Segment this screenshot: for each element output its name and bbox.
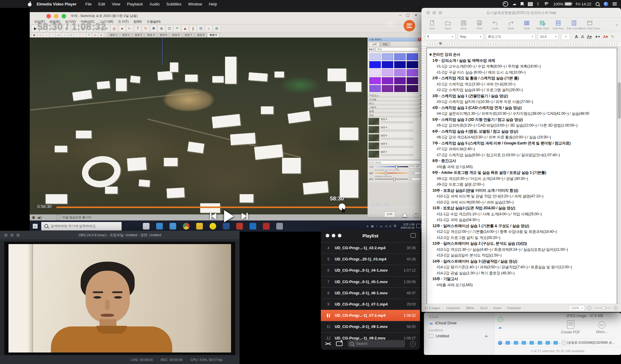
circle-tool-icon[interactable]: ○ xyxy=(62,33,68,37)
play-button[interactable] xyxy=(224,210,234,222)
toolbar-overflow-button[interactable]: » xyxy=(616,23,618,27)
shuffle-button[interactable] xyxy=(325,342,331,346)
edit-column-button[interactable]: Edit Column xyxy=(566,20,582,30)
input-source-icon[interactable] xyxy=(528,2,533,6)
expand-icon[interactable]: ▾ xyxy=(420,106,421,109)
color-swatch[interactable] xyxy=(369,61,381,68)
document-page[interactable]: ■ 온라인 강의 순서1주 - 강의소개 / 실습 및 재택수업 과제#1-1강… xyxy=(427,48,617,304)
tray-panel-구성요소[interactable]: 구성요소▾ xyxy=(368,94,422,98)
siri-icon[interactable] xyxy=(604,2,608,6)
paint-bucket-icon[interactable]: ● xyxy=(118,25,126,32)
spotlight-search-icon[interactable] xyxy=(596,2,599,6)
menu-item-window[interactable]: Window xyxy=(185,2,205,6)
eraser-tool-icon[interactable]: ▭ xyxy=(38,33,43,37)
light-slider[interactable] xyxy=(375,179,408,180)
menu-item-help[interactable]: Help xyxy=(206,2,220,6)
line-tool-icon[interactable]: / xyxy=(44,33,49,37)
create-pdf-button[interactable]: Create PDF xyxy=(561,320,580,334)
zoom-out-button[interactable]: – xyxy=(587,306,592,310)
scene-tab[interactable]: 장면 3 xyxy=(132,33,144,37)
zoom-level-dropdown[interactable]: 100%▾ xyxy=(569,305,585,311)
scene-tab[interactable]: 장면 2 xyxy=(120,33,132,37)
character-mode[interactable]: Character xyxy=(507,306,521,310)
color-swatch[interactable] xyxy=(369,69,381,76)
sidebar-item-untitled[interactable]: Untitled ⏏ xyxy=(429,334,494,338)
color-swatch[interactable] xyxy=(394,77,406,84)
zoom-slider[interactable] xyxy=(594,308,611,308)
elmedia-menu-button[interactable] xyxy=(404,20,415,31)
playlist-window[interactable]: Playlist 4UD_CG-Progr...-1)_#2-2.mp430:3… xyxy=(321,230,420,350)
menu-item-audio[interactable]: Audio xyxy=(146,2,163,6)
apple-menu-icon[interactable] xyxy=(28,2,32,6)
breadcrumb-folder-icon[interactable] xyxy=(545,341,550,345)
playlist-row[interactable]: 9UD_CG-Progr...0-1)_#7-1.mp429:03 xyxy=(321,299,420,310)
color-swatch[interactable] xyxy=(407,85,418,92)
pan-tool-icon[interactable]: ✥ xyxy=(150,25,157,32)
font-color-button[interactable]: A▾ xyxy=(603,34,608,39)
breadcrumb-folder-icon[interactable] xyxy=(505,341,510,345)
color-swatch[interactable] xyxy=(382,69,393,76)
color-swatch[interactable] xyxy=(407,69,418,76)
date-value[interactable]: 04/25 xyxy=(409,171,421,175)
next-track-button[interactable] xyxy=(242,213,248,220)
obs-status-icon[interactable] xyxy=(503,1,508,7)
sketchup-menu-item[interactable]: 도움말(H) xyxy=(144,20,163,24)
more-button[interactable]: ••• More... xyxy=(596,320,607,334)
size-stepper[interactable]: ⇕ xyxy=(561,33,570,40)
text-tool-icon[interactable]: T xyxy=(134,25,142,32)
expand-icon[interactable]: ▾ xyxy=(420,94,421,97)
menu-bar-clock[interactable]: Fri 14:22 xyxy=(576,2,591,6)
playlist-search-field[interactable]: Search xyxy=(347,340,405,347)
forward-icon[interactable]: ▸ xyxy=(371,48,372,51)
tape-measure-icon[interactable]: ⊢ xyxy=(126,25,134,32)
color-swatch[interactable] xyxy=(382,61,393,68)
menu-item-playback[interactable]: Playback xyxy=(124,2,146,6)
highlight-pen-button[interactable]: ✎ xyxy=(611,34,615,39)
playlist-row[interactable]: 8UD_CG-Progr...0-1)_#6-1.mov49:37 xyxy=(321,287,420,299)
sample-paint-icon[interactable]: ◔ xyxy=(420,48,421,51)
rectangle-tool-icon[interactable]: ▭ xyxy=(56,33,62,37)
color-swatch[interactable] xyxy=(382,53,393,60)
scene-list-item[interactable]: 장면 7 xyxy=(368,151,422,158)
expand-icon[interactable]: ▾ xyxy=(420,102,421,105)
units-button[interactable]: 단위 xyxy=(384,211,395,217)
sketchup-icon[interactable] xyxy=(276,223,283,230)
window-traffic-lights[interactable] xyxy=(46,14,66,18)
obs-window[interactable]: OBS 24.0.8 (mac) - 프로파일: Untitled - 장면: … xyxy=(0,231,240,364)
previous-view-icon[interactable]: ↶ xyxy=(173,25,181,32)
paragraph-style-dropdown[interactable]: ¶▾ xyxy=(425,33,455,40)
breadcrumb-folder-icon[interactable] xyxy=(514,341,518,345)
open-button[interactable]: Open xyxy=(440,20,455,30)
hwp-title-bar[interactable]: 도시설계표현응용(2020-1)-강의리스트.hwp xyxy=(421,8,621,18)
timezone-dropdown[interactable]: UTC+09:00 xyxy=(369,160,421,164)
shadows-toggle-icon[interactable]: ⌂ xyxy=(205,25,213,32)
light-value[interactable]: 80 xyxy=(409,177,421,181)
zoom-tool-icon[interactable]: ⊕ xyxy=(158,25,165,32)
color-swatch[interactable] xyxy=(394,53,406,60)
color-swatch[interactable] xyxy=(407,61,418,68)
breadcrumb-folder-icon[interactable] xyxy=(553,341,558,345)
push-pull-tool-icon[interactable]: ↑ xyxy=(74,33,80,37)
tray-panel-개요[interactable]: 개요▾ xyxy=(368,113,422,117)
file-explorer-icon[interactable] xyxy=(196,223,203,230)
menu-item-file[interactable]: File xyxy=(82,2,95,6)
elmedia-video-window[interactable]: 무제 - SketchUp 프로 2020 (평가판 2일 남음) – ▢ ✕ … xyxy=(30,8,423,232)
task-view-icon[interactable] xyxy=(143,223,149,230)
internet-explorer-icon[interactable] xyxy=(170,223,176,230)
scene-list-item[interactable]: 장면 6 xyxy=(368,142,422,150)
sort-dropdown-icon[interactable]: ∨ xyxy=(410,341,416,347)
word-icon[interactable] xyxy=(223,223,230,230)
breadcrumb-app-icon[interactable] xyxy=(498,341,502,345)
views-icon[interactable]: ⊞ xyxy=(213,25,220,32)
offset-tool-icon[interactable]: ◎ xyxy=(110,25,118,32)
zoom-in-button[interactable]: + xyxy=(613,306,618,310)
breadcrumb-folder-icon[interactable] xyxy=(529,341,534,345)
tray-close-icon[interactable]: ✕ xyxy=(418,38,421,41)
pip-icon[interactable] xyxy=(411,233,416,238)
zoom-extents-icon[interactable]: ⊡ xyxy=(166,25,173,32)
scene-tab[interactable]: 장면 7 xyxy=(182,33,194,37)
scene-list-item[interactable]: 장면 3 xyxy=(368,118,422,125)
color-swatch[interactable] xyxy=(407,77,418,84)
offset-tool-icon[interactable]: ◎ xyxy=(92,33,98,37)
obs-preview-stage[interactable] xyxy=(4,242,235,355)
